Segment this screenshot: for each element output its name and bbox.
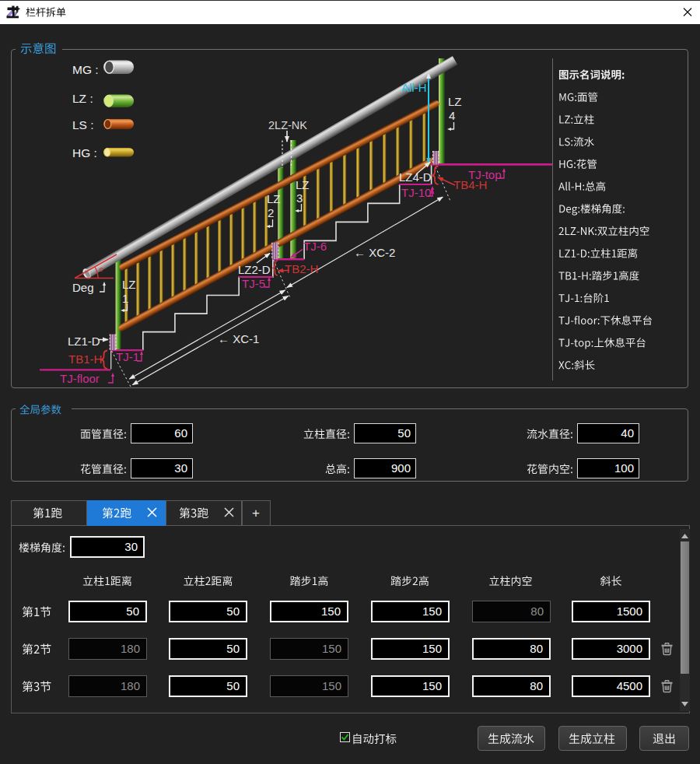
svg-text:2LZ-NK: 2LZ-NK <box>268 119 307 131</box>
svg-text:TJ-floor: TJ-floor <box>60 372 100 385</box>
svg-text:LZ2-D: LZ2-D <box>238 263 271 276</box>
svg-text:4: 4 <box>449 109 455 122</box>
svg-text:TJ-10: TJ-10 <box>401 186 431 199</box>
svg-text:LZ: LZ <box>296 178 310 191</box>
svg-text:TB1-H: TB1-H <box>68 352 102 366</box>
svg-text:+: + <box>252 506 260 520</box>
svg-text:MG :: MG : <box>72 63 99 76</box>
svg-text:2: 2 <box>268 206 274 219</box>
svg-text:LS :: LS : <box>72 118 94 131</box>
svg-text:TJ-1: TJ-1 <box>116 350 139 363</box>
svg-text:TJ-5: TJ-5 <box>242 277 265 290</box>
svg-text:3: 3 <box>296 191 303 205</box>
svg-text:All-H: All-H <box>401 81 427 94</box>
svg-text:LZ1-D: LZ1-D <box>68 335 100 348</box>
svg-text:Deg: Deg <box>72 281 94 294</box>
svg-text:← XC-1: ← XC-1 <box>218 332 259 345</box>
svg-text:← XC-2: ← XC-2 <box>354 246 395 259</box>
svg-text:TB2-H: TB2-H <box>285 262 318 275</box>
svg-text:LZ: LZ <box>122 278 136 291</box>
svg-text:LZ :: LZ : <box>72 92 93 105</box>
svg-text:1: 1 <box>122 292 128 305</box>
svg-text:TB4-H: TB4-H <box>453 178 487 191</box>
svg-text:LZ: LZ <box>448 95 462 108</box>
svg-text:TJ-6: TJ-6 <box>303 240 327 253</box>
svg-text:LZ4-D: LZ4-D <box>399 170 432 184</box>
svg-text:LZ: LZ <box>267 192 281 205</box>
svg-text:HG :: HG : <box>72 146 97 159</box>
